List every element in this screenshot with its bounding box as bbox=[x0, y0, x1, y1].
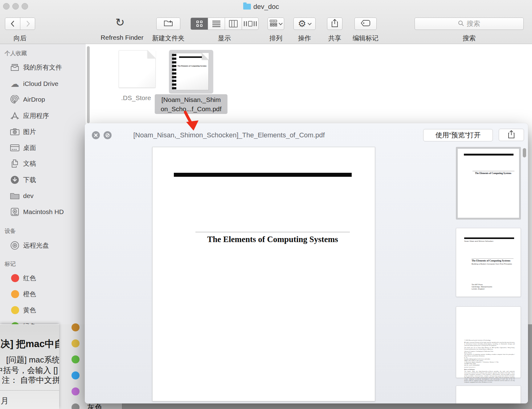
tag-icon bbox=[361, 20, 370, 28]
share-icon bbox=[331, 19, 338, 29]
new-folder-button[interactable] bbox=[156, 18, 180, 30]
back-forward-group bbox=[5, 18, 35, 30]
sidebar-item-icloud-drive[interactable]: ☁ iCloud Drive bbox=[0, 78, 86, 90]
content-scrollbar[interactable] bbox=[87, 46, 90, 123]
search-input[interactable]: 搜索 bbox=[415, 18, 524, 30]
edit-tags-button[interactable] bbox=[354, 18, 377, 30]
pdf-title-rule bbox=[174, 173, 352, 177]
arrange-icon bbox=[270, 20, 277, 28]
sidebar-item-macintosh-hd[interactable]: Macintosh HD bbox=[0, 206, 86, 218]
new-folder-label: 新建文件夹 bbox=[150, 34, 187, 43]
orange-tag-dot bbox=[11, 290, 19, 298]
ds-store-file-label[interactable]: .DS_Store bbox=[121, 94, 151, 102]
view-coverflow-segment[interactable] bbox=[242, 18, 259, 30]
thumb2-subtitle: Building a Modern Computer from First Pr… bbox=[472, 263, 512, 265]
share-label: 共享 bbox=[322, 34, 347, 43]
share-button[interactable] bbox=[327, 18, 342, 30]
sidebar-section-devices: 设备 bbox=[5, 227, 16, 235]
thumb1-thin-rule bbox=[473, 171, 514, 171]
back-button[interactable] bbox=[5, 18, 20, 30]
applications-icon bbox=[10, 111, 20, 121]
sidebar-section-tags: 标记 bbox=[5, 260, 16, 268]
sidebar-item-airdrop[interactable]: AirDrop bbox=[0, 93, 86, 106]
hard-drive-icon bbox=[10, 207, 20, 217]
close-window-button[interactable] bbox=[3, 3, 10, 10]
menu-orange-tag-dot[interactable] bbox=[72, 323, 80, 331]
thumbnail-page-1-selected[interactable]: The Elements of Computing Systems bbox=[456, 147, 521, 220]
sidebar-item-tag-red[interactable]: 红色 bbox=[0, 272, 86, 284]
camera-icon bbox=[10, 127, 20, 137]
menu-purple-tag-dot[interactable] bbox=[72, 387, 80, 395]
arrange-button[interactable] bbox=[268, 18, 284, 30]
refresh-icon[interactable]: ↻ bbox=[115, 16, 125, 29]
edit-tags-label: 编辑标记 bbox=[347, 34, 384, 43]
background-browser-window[interactable]: 决] 把mac中自 [问题] mac系统 中括号，会输入 [] 注： 自带中文拼… bbox=[0, 324, 59, 409]
search-toolbar-label: 搜索 bbox=[457, 34, 481, 43]
view-list-segment[interactable] bbox=[208, 18, 225, 30]
red-tag-dot bbox=[11, 274, 19, 282]
pdf-thin-rule bbox=[195, 232, 350, 232]
search-placeholder: 搜索 bbox=[467, 19, 480, 28]
action-button[interactable]: ⚙ bbox=[293, 18, 316, 30]
minimize-window-button[interactable] bbox=[12, 3, 19, 10]
thumb1-title: The Elements of Computing Systems bbox=[470, 172, 516, 175]
sidebar-item-tag-yellow[interactable]: 黄色 bbox=[0, 304, 86, 316]
sidebar-item-remote-disc[interactable]: 远程光盘 bbox=[0, 239, 86, 252]
ds-store-file-icon[interactable] bbox=[119, 50, 156, 88]
column-view-icon bbox=[229, 20, 238, 27]
share-icon bbox=[508, 130, 515, 140]
pdf-file-selection[interactable]: The Elements of Computing Systems bbox=[169, 50, 213, 94]
view-segmented-control bbox=[190, 18, 259, 30]
folder-sidebar-icon bbox=[10, 191, 20, 201]
menu-blue-tag-dot[interactable] bbox=[72, 371, 80, 379]
divider bbox=[0, 390, 59, 391]
quicklook-window: The Elements of Computing Systems The El… bbox=[85, 123, 528, 403]
sidebar-item-applications[interactable]: 应用程序 bbox=[0, 110, 86, 122]
view-columns-segment[interactable] bbox=[225, 18, 242, 30]
pdf-file-icon: The Elements of Computing Systems bbox=[173, 53, 209, 90]
background-window-line3: 注： 自带中文拼 bbox=[2, 375, 59, 386]
thumbnail-page-3[interactable]: © 2005 Massachusetts Institute of Techno… bbox=[456, 306, 521, 378]
folder-icon bbox=[243, 4, 251, 10]
sidebar-item-dev[interactable]: dev bbox=[0, 190, 86, 202]
sidebar-item-downloads[interactable]: 下载 bbox=[0, 174, 86, 186]
thumb3-copyright-text: © 2005 Massachusetts Institute of Techno… bbox=[464, 339, 515, 383]
documents-icon bbox=[10, 159, 20, 168]
airdrop-icon bbox=[10, 95, 20, 104]
screen: dev_doc 向后 ↻ Refresh Finder 新建文件夹 bbox=[0, 0, 532, 409]
new-folder-icon bbox=[164, 19, 173, 28]
thumbnail-page-4[interactable] bbox=[456, 386, 521, 403]
open-with-preview-button[interactable]: 使用“预览”打开 bbox=[423, 129, 493, 141]
menu-green-tag-dot[interactable] bbox=[72, 355, 80, 363]
thumb1-rule bbox=[464, 154, 514, 156]
sidebar-item-tag-orange[interactable]: 橙色 bbox=[0, 288, 86, 300]
pdf-icon-title: The Elements of Computing Systems bbox=[177, 65, 207, 67]
background-window-footer: 月 bbox=[1, 395, 9, 406]
pdf-preview-page[interactable]: The Elements of Computing Systems bbox=[152, 147, 375, 401]
quicklook-share-button[interactable] bbox=[499, 129, 524, 141]
action-label: 操作 bbox=[292, 34, 317, 43]
background-window-line2: 中括号，会输入 [] bbox=[0, 365, 58, 376]
thumbnail-page-2[interactable]: Noam Nisan and Shimon Schocken The Eleme… bbox=[456, 228, 521, 297]
quicklook-title: [Noam_Nisan,_Shimon_Schocken]_The_Elemen… bbox=[37, 131, 421, 139]
background-window-title: 决] 把mac中自 bbox=[1, 338, 59, 350]
refresh-label: Refresh Finder bbox=[94, 34, 150, 41]
icloud-icon: ☁ bbox=[10, 79, 20, 89]
sidebar-item-desktop[interactable]: 桌面 bbox=[0, 142, 86, 154]
back-label: 向后 bbox=[8, 34, 32, 43]
optical-disc-icon bbox=[10, 241, 20, 250]
thumb2-title: The Elements of Computing Systems bbox=[472, 259, 510, 262]
sidebar-item-documents[interactable]: 文稿 bbox=[0, 157, 86, 170]
yellow-tag-dot bbox=[11, 306, 19, 314]
chevron-down-icon bbox=[279, 21, 283, 25]
red-annotation-arrow bbox=[173, 105, 210, 139]
thumbnail-scrollbar[interactable] bbox=[523, 148, 526, 157]
menu-yellow-tag-dot[interactable] bbox=[72, 339, 80, 347]
view-icons-segment[interactable] bbox=[191, 18, 208, 30]
zoom-window-button[interactable] bbox=[22, 3, 28, 10]
forward-button[interactable] bbox=[20, 18, 35, 30]
arrange-label: 排列 bbox=[264, 34, 288, 43]
chevron-down-icon bbox=[308, 21, 312, 25]
sidebar-item-all-my-files[interactable]: 我的所有文件 bbox=[0, 61, 86, 74]
pdf-page-title: The Elements of Computing Systems bbox=[195, 235, 350, 244]
